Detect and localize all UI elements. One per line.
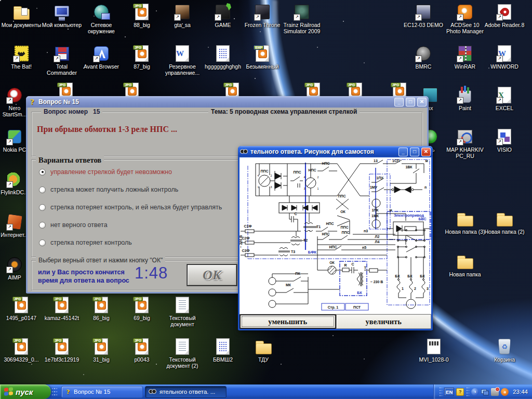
desktop-icon-bvmsh2[interactable]: БВМШ2 xyxy=(203,338,243,363)
desktop-icon-the-bat[interactable]: The Bat! xyxy=(1,45,42,70)
desktop-icon-ec12-demo[interactable]: EC12-03 DEMO xyxy=(403,3,444,28)
desktop-icon-avant-browser[interactable]: Avant Browser xyxy=(81,45,122,70)
desktop-icon-recycle-bin[interactable]: ♻ Корзина xyxy=(484,338,525,363)
folder-icon xyxy=(456,210,474,228)
desktop-icon-text-doc[interactable]: Текстовый документ xyxy=(162,296,203,327)
desktop-icon-total-commander[interactable]: Total Commander xyxy=(42,45,82,76)
aimp-icon xyxy=(6,256,23,273)
excel-icon: X xyxy=(496,86,513,104)
total-commander-icon xyxy=(53,45,71,62)
tray-blue-circle-icon[interactable]: ‹ xyxy=(471,388,479,396)
maximize-button[interactable]: □ xyxy=(406,98,415,107)
desktop-icon-hgggggghghgh[interactable]: hgggggghghgh xyxy=(203,45,243,70)
desktop-icon-mvi-1028[interactable]: MVI_1028-0 xyxy=(414,338,454,363)
start-button[interactable]: пуск xyxy=(0,384,51,399)
desktop-icon-new-folder-3[interactable]: Новая папка (3) xyxy=(445,210,485,235)
desktop-icon-my-documents[interactable]: Мои документы xyxy=(1,3,42,28)
quick-launch-separator[interactable] xyxy=(52,386,57,397)
language-indicator[interactable]: EN xyxy=(444,388,454,396)
desktop-icon-30694329[interactable]: JPG 30694329_0... xyxy=(1,338,42,363)
globe-network-icon xyxy=(92,3,110,21)
desktop-icon-frozen-throne[interactable]: Frozen Throne xyxy=(242,3,283,28)
minimize-button[interactable]: _ xyxy=(394,98,404,107)
taskbar-item-circuit[interactable]: ятельного ответа. ... xyxy=(145,386,227,398)
desktop-icon-game[interactable]: GAME xyxy=(203,3,243,28)
desktop-icon-87-big[interactable]: JPG 87_big xyxy=(122,45,162,70)
svg-text:п5: п5 xyxy=(362,246,366,249)
quiz-titlebar[interactable]: ? Вопрос № 15 _ □ ✕ xyxy=(26,96,429,108)
desktop-icon-bmrc[interactable]: BMRC xyxy=(403,45,444,70)
desktop-icon-rezervnoe[interactable]: W Резервное управление... xyxy=(162,45,203,76)
desktop-icon-winrar[interactable]: WinRAR xyxy=(445,45,485,70)
desktop-icon-aimp[interactable]: AIMP xyxy=(0,256,29,281)
desktop-icon-nokia-pc[interactable]: Nokia PC xyxy=(0,128,29,153)
svg-text:НПС: НПС xyxy=(326,222,334,225)
question-mark-icon: ? xyxy=(28,98,36,107)
desktop-icon-86-big[interactable]: JPG 86_big xyxy=(81,296,122,321)
timeout-hint: или у Вас просто кончится время для отве… xyxy=(38,268,129,285)
ok-button[interactable]: OK xyxy=(187,264,237,286)
desktop-icon-trainz[interactable]: Trainz Railroad Simulator 2009 xyxy=(282,3,322,34)
svg-text:БК: БК xyxy=(395,274,400,278)
desktop-icon-kamaz[interactable]: JPG kamaz-45142t xyxy=(42,296,82,321)
svg-text:4: 4 xyxy=(257,174,259,177)
answer-option-3[interactable]: стрелка потеряет контроль, и ей нельзя б… xyxy=(39,204,222,211)
answer-option-1[interactable]: управление стрелкой будет невозможно xyxy=(39,168,172,176)
nero-icon xyxy=(6,86,23,104)
radio-button[interactable] xyxy=(39,222,46,229)
answer-option-5[interactable]: стрелка потеряет контроль xyxy=(39,239,132,246)
desktop-icon-p0043[interactable]: JPG p0043 xyxy=(122,338,162,363)
minimize-button[interactable]: _ xyxy=(398,148,408,156)
desktop-icon-adobe-reader[interactable]: Adobe Reader 8 xyxy=(484,3,525,28)
desktop-icon-88-big[interactable]: JPG 88_big xyxy=(122,3,162,28)
desktop-icon-1495-p0147[interactable]: JPG 1495_p0147 xyxy=(1,296,42,321)
radio-button[interactable] xyxy=(39,169,46,176)
close-icon[interactable]: ✕ xyxy=(421,148,431,156)
desktop-icon-acdsee[interactable]: ACDSee 10 Photo Manager xyxy=(445,3,485,34)
desktop-icon-new-folder-2[interactable]: Новая папка (2) xyxy=(484,210,525,235)
desktop-icon-gta-sa[interactable]: gta_sa xyxy=(162,3,203,28)
desktop-icon-69-big[interactable]: JPG 69_big xyxy=(122,296,162,321)
desktop-icon-new-folder[interactable]: Новая папка xyxy=(445,252,485,277)
map-kharkiv-icon xyxy=(456,128,474,145)
desktop-icon-bezymyannyi[interactable]: BMP Безымянный xyxy=(242,45,283,70)
radio-button[interactable] xyxy=(39,204,46,211)
zoom-in-button[interactable]: увеличить xyxy=(336,314,432,329)
radio-button[interactable] xyxy=(39,240,46,246)
svg-text:Стр. 1: Стр. 1 xyxy=(328,305,339,310)
answer-option-2[interactable]: стрелка может получить ложный контроль xyxy=(39,186,178,193)
circuit-diagram: ППС 4 2 1 3 ППС НПС 4 2 3 1 НПС 13 1СП м… xyxy=(240,157,431,311)
svg-text:м: м xyxy=(425,159,428,163)
tray-network-icon[interactable] xyxy=(481,388,489,396)
desktop-icon-my-computer[interactable]: Мой компьютер xyxy=(42,3,82,28)
svg-text:ППС: ППС xyxy=(341,231,349,234)
tray-device-alert-icon[interactable] xyxy=(491,388,499,396)
radio-button[interactable] xyxy=(39,187,46,193)
tray-question-icon[interactable]: ? xyxy=(456,388,464,396)
svg-text:ППС: ППС xyxy=(340,225,348,229)
desktop-icon-internet[interactable]: Интернет... xyxy=(0,213,29,238)
desktop-icon-text-doc-2[interactable]: Текстовый документ (2) xyxy=(162,338,203,369)
system-tray: EN ? ‹ a 23:44 xyxy=(433,384,532,399)
circuit-titlebar[interactable]: тельного ответа. Рисунок для самостоя _ … xyxy=(238,146,433,157)
desktop-icon-visio[interactable]: VISIO xyxy=(484,128,525,153)
desktop-icon-flylinkdc[interactable]: FlylinkDC... xyxy=(0,170,29,195)
close-button[interactable]: ✕ xyxy=(417,98,427,107)
answer-option-4[interactable]: нет верного ответа xyxy=(39,221,108,229)
maximize-button[interactable]: □ xyxy=(410,148,419,156)
svg-text:ПК: ПК xyxy=(295,272,300,275)
desktop-icon-excel[interactable]: X EXCEL xyxy=(484,86,525,111)
desktop-icon-winword[interactable]: W WINWORD xyxy=(484,45,525,70)
desktop-icon-network-places[interactable]: Сетевое окружение xyxy=(81,3,122,34)
zoom-button-row: уменьшить увеличить xyxy=(240,314,431,329)
desktop-icon-map-kharkiv[interactable]: MAP KHARKIV PC_RU xyxy=(445,128,485,159)
tray-antivirus-icon[interactable]: a xyxy=(501,388,509,396)
desktop-icon-nero[interactable]: Nero StartSm... xyxy=(0,86,29,117)
desktop-icon-tdu[interactable]: ТДУ xyxy=(243,338,284,363)
zoom-out-button[interactable]: уменьшить xyxy=(240,314,336,329)
winword-icon: W xyxy=(496,45,513,62)
desktop-icon-31-big[interactable]: JPG 31_big xyxy=(81,338,122,363)
taskbar-item-quiz[interactable]: ? Вопрос № 15 xyxy=(61,386,143,398)
desktop-icon-1e7bf3c12919[interactable]: JPG 1e7bf3c12919 xyxy=(42,338,82,363)
desktop-icon-paint[interactable]: Paint xyxy=(445,86,485,111)
